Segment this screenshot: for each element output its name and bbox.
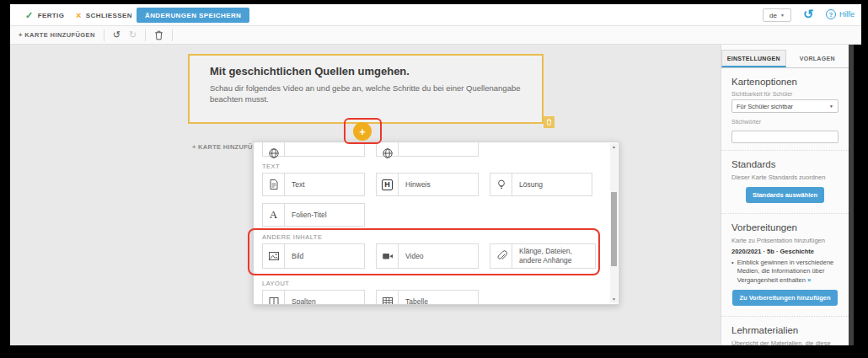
bulb-icon (490, 174, 512, 195)
remove-item-icon[interactable]: × (807, 276, 811, 284)
divider (145, 29, 146, 41)
standards-description: Dieser Karte Standards zuordnen (731, 174, 839, 182)
trash-icon (546, 119, 552, 126)
caret-down-icon: ▼ (780, 13, 785, 18)
keywords-label: Stichwörter (731, 119, 839, 125)
close-icon: × (76, 10, 82, 20)
card-title: Mit geschichtlichen Quellen umgehen. (210, 65, 410, 77)
card-body-text: Schau dir folgendes Video an und gebe an… (210, 83, 527, 105)
visibility-value: Für Schüler sichtbar (737, 103, 793, 110)
caret-down-icon: ▼ (829, 104, 833, 109)
settings-sidebar: EINSTELLUNGEN VORLAGEN Kartenoptionen Si… (721, 45, 849, 345)
sidebar-tabs: EINSTELLUNGEN VORLAGEN (721, 50, 849, 68)
add-to-preparations-button[interactable]: Zu Vorbereitungen hinzufügen (732, 290, 837, 306)
language-value: de (769, 12, 777, 19)
scroll-up-icon[interactable]: ▲ (610, 143, 618, 151)
top-bar: ✓ FERTIG × SCHLIESSEN ÄNDERUNGEN SPEICHE… (10, 4, 861, 26)
linked-preparation-item: • Einblick gewinnen in verschiedene Medi… (731, 259, 839, 284)
screen-edge (854, 45, 861, 345)
keywords-input[interactable] (731, 131, 839, 143)
popup-item-anhaenge[interactable]: Klänge, Dateien, andere Anhänge (490, 243, 596, 269)
popup-item-tabelle[interactable]: Tabelle (376, 290, 479, 305)
history-icon[interactable]: ↺ (803, 7, 814, 22)
table-icon (377, 291, 399, 305)
section-standards: Standards Dieser Karte Standards zuordne… (721, 151, 849, 214)
divider (104, 29, 104, 41)
close-label: SCHLIESSEN (86, 12, 132, 19)
section-lehrmaterialien: Lehrmaterialien Übersicht der Materialie… (721, 317, 849, 345)
popup-item-folien-titel[interactable]: A Folien-Titel (262, 203, 365, 227)
close-button[interactable]: × SCHLIESSEN (76, 4, 132, 26)
undo-icon[interactable]: ↺ (113, 30, 121, 40)
done-label: FERTIG (38, 12, 65, 19)
visibility-select[interactable]: Für Schüler sichtbar ▼ (731, 99, 839, 113)
select-standards-button[interactable]: Standards auswählen (746, 187, 824, 203)
paperclip-icon (490, 244, 512, 268)
section-title: Lehrmaterialien (731, 325, 839, 335)
redo-icon: ↻ (129, 30, 137, 40)
text-icon (263, 174, 285, 195)
divider (172, 29, 173, 41)
insert-content-plus-button[interactable]: + (353, 122, 372, 141)
add-card-button[interactable]: + KARTE HINZUFÜGEN (19, 31, 95, 39)
done-button[interactable]: ✓ FERTIG (25, 4, 64, 26)
question-icon: ? (826, 9, 836, 19)
hint-icon: H (377, 174, 399, 195)
course-name: 2020/2021 · 5b · Geschichte (731, 248, 839, 255)
card-toolbar: + KARTE HINZUFÜGEN ↺ ↻ (10, 26, 861, 45)
tab-einstellungen[interactable]: EINSTELLUNGEN (721, 50, 786, 67)
popup-item-hinweis[interactable]: H Hinweis (376, 173, 479, 196)
editor-canvas: Mit geschichtlichen Quellen umgehen. Sch… (10, 45, 861, 345)
video-icon (377, 244, 399, 268)
section-vorbereitungen: Vorbereitungen Karte zu Präsentation hin… (721, 214, 849, 317)
globe-icon (263, 142, 285, 156)
insert-content-popup: TEXT Text H Hinweis Lösung A Folien-Tite… (253, 142, 619, 305)
popup-item-video[interactable]: Video (376, 243, 479, 269)
selected-card[interactable]: Mit geschichtlichen Quellen umgehen. Sch… (188, 54, 544, 124)
section-title: Kartenoptionen (731, 77, 839, 87)
columns-icon (263, 291, 285, 305)
save-changes-button[interactable]: ÄNDERUNGEN SPEICHERN (137, 8, 249, 23)
popup-section-label: LAYOUT (262, 280, 289, 287)
tab-vorlagen[interactable]: VORLAGEN (786, 50, 849, 67)
help-link[interactable]: ? Hilfe (826, 9, 855, 19)
globe-icon (377, 142, 399, 156)
popup-section-label: TEXT (262, 163, 280, 170)
popup-scrollbar[interactable]: ▲ ▼ (610, 143, 618, 303)
image-icon (263, 244, 285, 268)
slide-title-icon: A (263, 204, 285, 226)
trash-icon[interactable] (154, 30, 163, 40)
section-title: Standards (731, 159, 839, 169)
bullet-icon: • (731, 259, 734, 284)
popup-item-spalten[interactable]: Spalten (262, 290, 365, 305)
check-icon: ✓ (25, 10, 34, 21)
scroll-down-icon[interactable]: ▼ (610, 296, 618, 303)
help-label: Hilfe (839, 10, 855, 19)
materials-description: Übersicht der Materialien, die diese Kar… (731, 339, 839, 345)
section-kartenoptionen: Kartenoptionen Sichtbarkeit für Schüler … (721, 68, 849, 151)
card-delete-button[interactable] (544, 116, 555, 128)
language-select[interactable]: de ▼ (763, 8, 791, 22)
visibility-label: Sichtbarkeit für Schüler (731, 91, 839, 97)
popup-item-text[interactable]: Text (262, 173, 365, 196)
scrollbar-thumb[interactable] (611, 192, 617, 266)
app-window: ✓ FERTIG × SCHLIESSEN ÄNDERUNGEN SPEICHE… (10, 4, 861, 345)
popup-item-bild[interactable]: Bild (262, 243, 365, 269)
preparations-description: Karte zu Präsentation hinzufügen (731, 237, 839, 245)
section-title: Vorbereitungen (731, 222, 839, 232)
popup-item-loesung[interactable]: Lösung (490, 173, 592, 196)
popup-item-partial[interactable] (376, 142, 479, 157)
popup-item-partial[interactable] (262, 142, 365, 157)
popup-section-label: ANDERE INHALTE (262, 233, 322, 241)
linked-item-text: Einblick gewinnen in verschiedene Medien… (737, 259, 834, 283)
